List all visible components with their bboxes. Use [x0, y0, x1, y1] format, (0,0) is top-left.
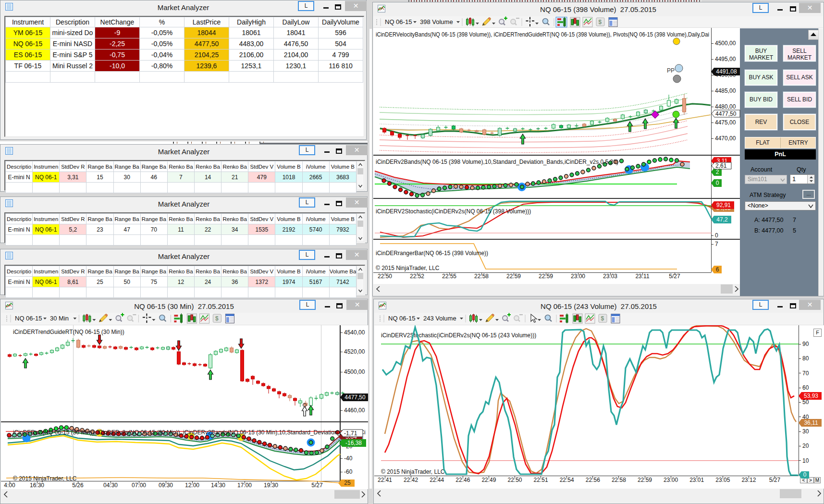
- svg-text:-60: -60: [344, 468, 353, 475]
- svg-text:30: 30: [802, 428, 809, 435]
- svg-text:PP: PP: [667, 67, 675, 74]
- svg-text:4540,00: 4540,00: [344, 329, 365, 336]
- svg-text:19:30: 19:30: [264, 482, 278, 489]
- svg-text:NQ 06-15: NQ 06-15: [385, 18, 412, 25]
- svg-text:22:59: 22:59: [638, 477, 652, 483]
- svg-text:22:54: 22:54: [560, 477, 574, 483]
- svg-text:90: 90: [802, 341, 809, 347]
- svg-text:80: 80: [802, 355, 809, 362]
- svg-text:22:41: 22:41: [378, 477, 392, 483]
- svg-text:30 Min: 30 Min: [50, 315, 69, 322]
- svg-text:iCinDERv2Bands(NQ 06-15 (398 V: iCinDERv2Bands(NQ 06-15 (398 Volume),10,…: [376, 159, 618, 165]
- svg-text:4480,00: 4480,00: [715, 103, 736, 110]
- svg-text:243 Volume: 243 Volume: [423, 315, 456, 322]
- svg-text:4485,00: 4485,00: [715, 87, 736, 94]
- svg-text:2,61: 2,61: [715, 162, 727, 169]
- svg-text:22:42: 22:42: [404, 477, 418, 483]
- svg-text:5/27: 5/27: [311, 482, 323, 489]
- svg-text:23:00: 23:00: [664, 477, 678, 483]
- svg-text:70: 70: [802, 370, 809, 377]
- svg-text:7: 7: [715, 241, 718, 247]
- svg-text:22:50: 22:50: [507, 477, 522, 483]
- svg-text:23:05: 23:05: [715, 477, 730, 483]
- svg-text:iCinDERV2Stochastic(iCinDERv2s: iCinDERV2Stochastic(iCinDERv2s(NQ 06-15 …: [381, 332, 536, 339]
- svg-text:iCinDERrangerBar(NQ 06-15 (398: iCinDERrangerBar(NQ 06-15 (398 Volume)): [376, 250, 488, 257]
- svg-text:4520,00: 4520,00: [344, 348, 365, 355]
- svg-text:23:01: 23:01: [689, 477, 704, 483]
- svg-text:22:46: 22:46: [455, 477, 470, 483]
- svg-text:© 2015 NinjaTrader, LLC: © 2015 NinjaTrader, LLC: [381, 468, 445, 475]
- svg-text:12:00: 12:00: [185, 482, 199, 489]
- svg-text:$: $: [601, 315, 604, 322]
- svg-text:23:12: 23:12: [741, 477, 756, 483]
- svg-text:23:00: 23:00: [571, 273, 585, 280]
- svg-text:22:55: 22:55: [442, 273, 456, 280]
- svg-text:07:00: 07:00: [132, 482, 146, 489]
- svg-text:5/27: 5/27: [769, 477, 781, 483]
- svg-text:09:30: 09:30: [159, 482, 173, 489]
- svg-text:4495,00: 4495,00: [715, 56, 736, 62]
- svg-text:10: 10: [802, 457, 809, 464]
- svg-text:22:44: 22:44: [430, 477, 444, 483]
- svg-text:iCinDERTrendGuideRT(NQ 06-15 (: iCinDERTrendGuideRT(NQ 06-15 (30 Min)): [13, 329, 124, 335]
- svg-text:22:59: 22:59: [539, 273, 553, 280]
- svg-text:0: 0: [715, 232, 718, 239]
- svg-text:NQ 06-15: NQ 06-15: [388, 315, 415, 322]
- svg-text:23:11: 23:11: [635, 273, 649, 280]
- svg-text:4477,50: 4477,50: [715, 111, 737, 117]
- svg-text:4460,00: 4460,00: [344, 407, 365, 414]
- svg-text:iCinDERv2i(NQ 06-15 (30 Min)),: iCinDERv2i(NQ 06-15 (30 Min)), iCinDERv2…: [13, 429, 366, 436]
- svg-text:$: $: [215, 315, 219, 322]
- svg-text:23:03: 23:03: [603, 273, 617, 280]
- svg-text:50: 50: [802, 399, 809, 406]
- svg-text:4470,00: 4470,00: [715, 135, 736, 142]
- svg-text:22:58: 22:58: [612, 477, 626, 483]
- svg-text:5/26: 5/26: [72, 482, 84, 489]
- svg-text:-1,71: -1,71: [344, 430, 357, 437]
- svg-text:22:51: 22:51: [534, 477, 548, 483]
- svg-text:4475,00: 4475,00: [715, 119, 736, 126]
- svg-text:iCinDERVelocityBands(NQ 06-15: iCinDERVelocityBands(NQ 06-15 (398 Volum…: [376, 31, 709, 38]
- svg-text:16:30: 16:30: [30, 482, 44, 489]
- svg-text:22:58: 22:58: [474, 273, 489, 280]
- svg-text:iCinDERV2Stochastic(iCinDERv2s: iCinDERV2Stochastic(iCinDERv2s(NQ 06-15 …: [376, 208, 531, 215]
- svg-text:20: 20: [802, 443, 809, 449]
- svg-text:4500,00: 4500,00: [344, 369, 365, 375]
- svg-text:22:56: 22:56: [586, 477, 600, 483]
- svg-text:14:30: 14:30: [211, 482, 225, 489]
- svg-text:NQ 06-15: NQ 06-15: [15, 315, 42, 322]
- svg-text:5/27: 5/27: [669, 273, 680, 280]
- svg-text:-40: -40: [344, 455, 353, 462]
- svg-text:© 2015 NinjaTrader, LLC: © 2015 NinjaTrader, LLC: [376, 265, 440, 271]
- svg-text:© 2015 NinjaTrader, LLC: © 2015 NinjaTrader, LLC: [13, 475, 77, 482]
- svg-text:398 Volume: 398 Volume: [420, 18, 453, 25]
- svg-text:04:30: 04:30: [103, 482, 118, 489]
- svg-text:22:49: 22:49: [481, 477, 496, 483]
- svg-text:17:00: 17:00: [237, 482, 252, 489]
- svg-text:4500,00: 4500,00: [715, 40, 736, 47]
- svg-text:4:00: 4:00: [4, 482, 15, 489]
- svg-text:22:59: 22:59: [506, 273, 521, 280]
- svg-text:60: 60: [802, 384, 809, 391]
- svg-text:$: $: [599, 19, 602, 25]
- svg-text:22:50: 22:50: [378, 273, 392, 280]
- svg-text:22:52: 22:52: [410, 273, 424, 280]
